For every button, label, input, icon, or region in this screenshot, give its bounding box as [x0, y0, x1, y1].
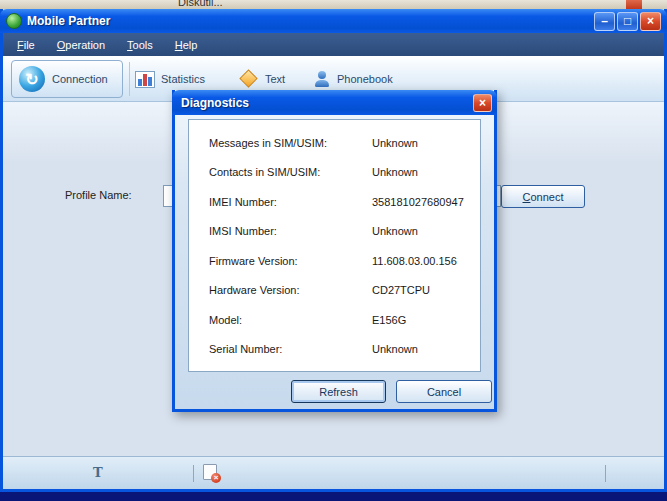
diagnostic-label: IMEI Number:: [209, 196, 277, 208]
signal-icon: T: [93, 465, 103, 480]
background-window-strip: Diskutil...: [0, 0, 667, 9]
window-controls: – □ ×: [594, 12, 661, 31]
statusbar: T ×: [3, 456, 664, 489]
menu-tools[interactable]: Tools: [127, 39, 153, 51]
refresh-button[interactable]: Refresh: [291, 380, 386, 403]
menu-help[interactable]: Help: [175, 39, 198, 51]
diagnostic-label: Messages in SIM/USIM:: [209, 137, 327, 149]
diagnostic-label: Serial Number:: [209, 343, 282, 355]
dialog-title: Diagnostics: [181, 96, 473, 110]
diagnostic-label: Firmware Version:: [209, 255, 298, 267]
diagnostic-value: Unknown: [372, 137, 418, 149]
menu-operation[interactable]: Operation: [57, 39, 105, 51]
menu-file[interactable]: File: [17, 39, 35, 51]
dialog-titlebar[interactable]: Diagnostics ×: [172, 90, 497, 115]
diagnostic-label: Hardware Version:: [209, 284, 300, 296]
close-icon[interactable]: ×: [640, 12, 661, 31]
diagnostic-label: IMSI Number:: [209, 225, 277, 237]
table-row: IMSI Number: Unknown: [209, 217, 480, 247]
diagnostic-label: Model:: [209, 314, 242, 326]
table-row: IMEI Number: 358181027680947: [209, 187, 480, 217]
table-row: Serial Number: Unknown: [209, 335, 480, 365]
error-badge-icon: ×: [211, 473, 221, 483]
diagnostics-panel: Messages in SIM/USIM: Unknown Contacts i…: [188, 119, 481, 372]
statistics-icon: [135, 71, 155, 88]
connection-icon: ↻: [19, 66, 45, 92]
window-title: Mobile Partner: [27, 14, 594, 28]
diagnostic-value: Unknown: [372, 225, 418, 237]
diagnostic-value: 11.608.03.00.156: [372, 255, 457, 267]
refresh-button-label: Refresh: [319, 386, 358, 398]
diagnostic-label: Contacts in SIM/USIM:: [209, 166, 320, 178]
maximize-icon[interactable]: □: [617, 12, 638, 31]
minimize-icon[interactable]: –: [594, 12, 615, 31]
toolbar-phonebook-label: Phonebook: [337, 73, 393, 85]
dialog-close-icon[interactable]: ×: [473, 94, 492, 112]
diagnostic-value: 358181027680947: [372, 196, 464, 208]
phonebook-icon: [313, 70, 331, 88]
menubar: File Operation Tools Help: [3, 33, 664, 56]
diagnostic-value: CD27TCPU: [372, 284, 430, 296]
table-row: Model: E156G: [209, 305, 480, 335]
connect-button[interactable]: Connect: [501, 185, 585, 208]
background-close-fragment: [626, 0, 642, 9]
diagnostic-value: E156G: [372, 314, 406, 326]
statusbar-separator: [605, 465, 606, 482]
cancel-button[interactable]: Cancel: [396, 380, 492, 403]
toolbar-text-label: Text: [265, 73, 285, 85]
table-row: Messages in SIM/USIM: Unknown: [209, 128, 480, 158]
background-window-title: Diskutil...: [178, 0, 223, 8]
text-message-icon: [239, 69, 259, 89]
toolbar-connection-label: Connection: [52, 73, 108, 85]
toolbar-separator: [129, 62, 130, 96]
dialog-buttons: Refresh Cancel: [175, 380, 494, 404]
toolbar-statistics-label: Statistics: [161, 73, 205, 85]
table-row: Firmware Version: 11.608.03.00.156: [209, 246, 480, 276]
titlebar[interactable]: Mobile Partner – □ ×: [0, 9, 667, 33]
connect-button-label: Connect: [523, 191, 564, 203]
table-row: Hardware Version: CD27TCPU: [209, 276, 480, 306]
app-logo-icon: [6, 13, 22, 29]
statusbar-separator: [193, 465, 194, 482]
cancel-button-label: Cancel: [427, 386, 461, 398]
table-row: Contacts in SIM/USIM: Unknown: [209, 158, 480, 188]
profile-name-label: Profile Name:: [65, 189, 132, 201]
diagnostic-value: Unknown: [372, 343, 418, 355]
diagnostic-value: Unknown: [372, 166, 418, 178]
toolbar-connection-button[interactable]: ↻ Connection: [11, 60, 123, 98]
diagnostics-dialog: Diagnostics × Messages in SIM/USIM: Unkn…: [172, 90, 497, 412]
no-message-icon: ×: [203, 464, 217, 480]
